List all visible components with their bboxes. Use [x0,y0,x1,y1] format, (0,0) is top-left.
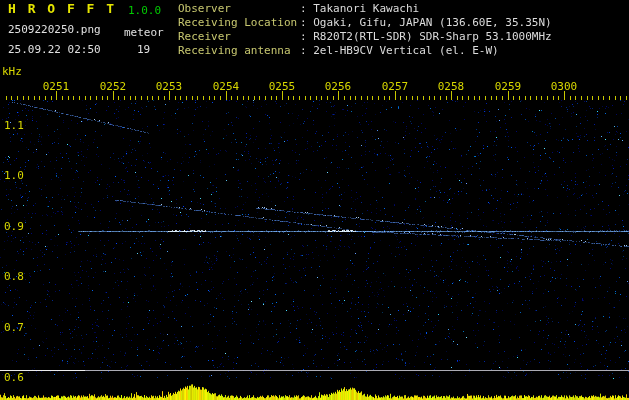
time-tick-label: 0252 [99,80,127,93]
freq-tick-label: 0.8 [4,270,24,283]
time-tick-label: 0255 [268,80,296,93]
info-label: Observer [178,3,300,15]
time-tick-label: 0253 [155,80,183,93]
station-info-row: Receiver: R820T2(RTL-SDR) SDR-Sharp 53.1… [178,31,552,45]
time-tick-label: 0300 [550,80,578,93]
app-title: H R O F F T [8,3,116,15]
hrofft-output-window: H R O F F T 1.0.0 2509220250.png meteor … [0,0,629,400]
mode-label: meteor [124,27,164,39]
timestamp: 25.09.22 02:50 [8,44,101,56]
info-value: : 2el-HB9CV Vertical (el. E-W) [300,44,499,57]
info-label: Receiving Location [178,17,300,29]
station-info-row: Observer: Takanori Kawachi [178,3,552,17]
freq-tick-label: 1.0 [4,169,24,182]
freq-tick-label: 1.1 [4,119,24,132]
freq-axis-unit: kHz [2,66,22,78]
time-tick-label: 0259 [494,80,522,93]
time-tick-label: 0256 [324,80,352,93]
freq-tick-label: 0.7 [4,321,24,334]
station-info: Observer: Takanori KawachiReceiving Loca… [178,3,552,59]
info-label: Receiving antenna [178,45,300,57]
output-filename: 2509220250.png [8,24,101,36]
info-label: Receiver [178,31,300,43]
spectrogram-canvas [0,0,629,400]
time-tick-label: 0251 [42,80,70,93]
time-tick-label: 0254 [212,80,240,93]
time-tick-label: 0258 [437,80,465,93]
app-version: 1.0.0 [128,5,161,17]
time-tick-label: 0257 [381,80,409,93]
echo-count: 19 [137,44,150,56]
station-info-row: Receiving antenna: 2el-HB9CV Vertical (e… [178,45,552,59]
station-info-row: Receiving Location: Ogaki, Gifu, JAPAN (… [178,17,552,31]
info-value: : Takanori Kawachi [300,2,419,15]
info-value: : R820T2(RTL-SDR) SDR-Sharp 53.1000MHz [300,30,552,43]
info-value: : Ogaki, Gifu, JAPAN (136.60E, 35.35N) [300,16,552,29]
freq-tick-label: 0.6 [4,371,24,384]
freq-tick-label: 0.9 [4,220,24,233]
